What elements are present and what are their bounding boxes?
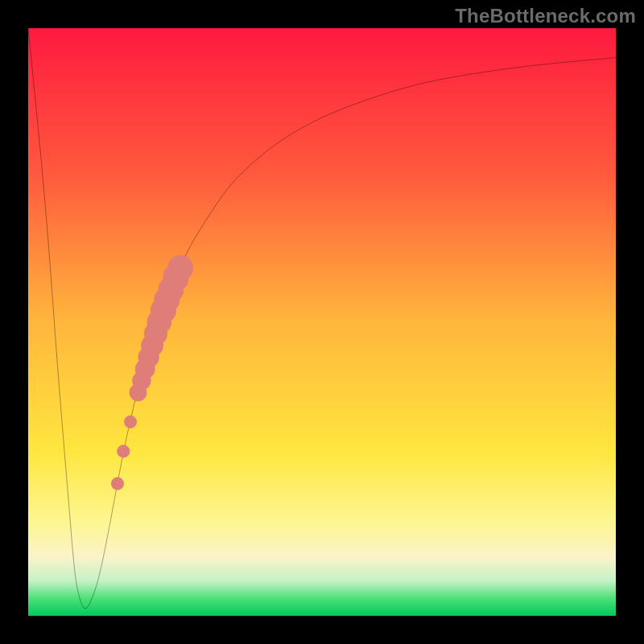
highlight-points xyxy=(111,255,193,490)
chart-svg xyxy=(28,28,616,616)
plot-area xyxy=(28,28,616,616)
chart-frame: TheBottleneck.com xyxy=(0,0,644,644)
highlight-point xyxy=(117,445,130,458)
highlight-point xyxy=(163,266,182,284)
bottleneck-curve xyxy=(28,28,616,609)
highlight-point xyxy=(124,415,137,428)
watermark-text: TheBottleneck.com xyxy=(455,5,636,27)
highlight-point xyxy=(111,477,124,490)
